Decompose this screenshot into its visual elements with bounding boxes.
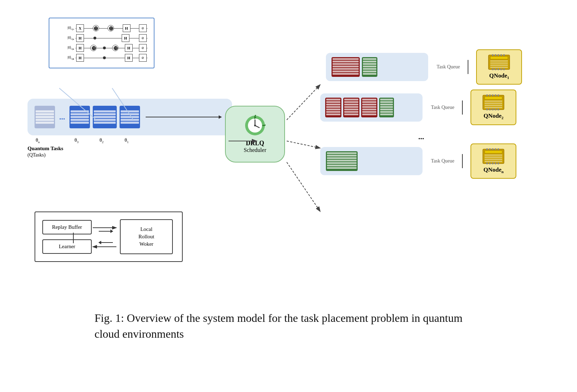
svg-rect-22 <box>490 65 508 66</box>
rl-inner-box: Replay Buffer Learner <box>35 212 183 262</box>
scheduler-icon <box>244 115 266 136</box>
svg-rect-25 <box>495 54 496 56</box>
task-queue-label-col-1: Task Queue <box>437 64 460 70</box>
circuit-label-1: |0⟩Q₁ <box>56 36 74 41</box>
measure-0: ⊘ <box>139 24 147 32</box>
qtasks-label: Quantum Tasks (QTasks) <box>28 145 232 158</box>
rl-components-box: Replay Buffer Learner <box>31 204 183 262</box>
gate-h-0: H <box>123 24 130 32</box>
task-queue-2 <box>320 93 423 122</box>
svg-rect-59 <box>495 148 496 150</box>
task-queue-label-2: Task Queue <box>431 105 454 110</box>
svg-rect-64 <box>495 163 496 164</box>
gate-h-1a: H <box>76 34 84 42</box>
task-queue-label-col-n: Task Queue <box>431 158 454 164</box>
theta-1: θ1 <box>116 137 137 144</box>
connector-v2 <box>462 100 463 115</box>
qnode-1: QNode1 <box>476 49 522 85</box>
task-queue-n <box>320 147 423 175</box>
circuit-row-0: |0⟩Q₀ X ⊕ ⊕ H ⊘ <box>56 23 147 33</box>
svg-rect-51 <box>485 151 502 153</box>
ctrl-dot-2 <box>103 47 106 49</box>
main-diagram: |0⟩Q₀ X ⊕ ⊕ H ⊘ |0⟩Q₁ H <box>28 14 549 303</box>
svg-rect-38 <box>485 105 502 106</box>
circuit-row-1: |0⟩Q₁ H H ⊘ <box>56 33 147 43</box>
right-row-n: Task Queue <box>320 143 522 179</box>
svg-rect-63 <box>492 163 493 164</box>
caption-text: Fig. 1: Overview of the system model for… <box>95 312 462 340</box>
svg-rect-60 <box>498 148 499 150</box>
rl-inner-layout: Replay Buffer Learner <box>42 219 175 254</box>
gate-h-3a: H <box>76 54 84 62</box>
svg-rect-40 <box>486 94 488 96</box>
svg-rect-36 <box>485 100 502 102</box>
qnode-2-label: QNode2 <box>484 112 504 120</box>
right-row-1: Task Queue <box>320 49 522 85</box>
scheduler-box: DRLQ Scheduler <box>225 106 285 163</box>
qtasks-container: ... <box>28 99 232 135</box>
replay-buffer-box: Replay Buffer <box>42 220 92 234</box>
gate-h-2b: H <box>125 44 133 52</box>
queue-red-2c <box>361 98 377 117</box>
measure-3: ⊘ <box>139 54 147 62</box>
connector-vn <box>462 154 463 168</box>
qnode-n: QNoden <box>470 143 516 179</box>
gate-x: X <box>76 24 84 32</box>
qnode-2-icon <box>481 94 506 110</box>
svg-rect-46 <box>489 109 491 110</box>
svg-rect-49 <box>498 109 499 110</box>
svg-rect-61 <box>486 163 488 164</box>
figure-caption: Fig. 1: Overview of the system model for… <box>95 310 482 342</box>
svg-rect-56 <box>486 148 488 150</box>
gate-h-1b: H <box>122 34 129 42</box>
learner-box: Learner <box>42 239 92 254</box>
theta-2: θ2 <box>90 137 114 144</box>
svg-rect-55 <box>485 161 502 162</box>
svg-rect-43 <box>495 94 496 96</box>
ctrl-dot-1 <box>93 37 96 39</box>
svg-rect-48 <box>495 109 496 110</box>
qnode-2: QNode2 <box>470 90 516 125</box>
scheduler-label-line2: Scheduler <box>244 147 266 153</box>
qnode-n-icon <box>481 148 506 164</box>
ctrl-dot-3 <box>103 56 106 59</box>
circuit-label-0: |0⟩Q₀ <box>56 26 74 31</box>
panels-dots: ... <box>320 130 522 143</box>
qnode-1-label: QNode1 <box>489 72 509 80</box>
svg-line-4 <box>287 141 320 148</box>
connector-v1 <box>468 60 468 74</box>
right-row-2: Task Queue <box>320 90 522 125</box>
replay-buffer-label: Replay Buffer <box>52 224 82 230</box>
task-queue-label-n: Task Queue <box>431 158 454 164</box>
scheduler-label-line1: DRLQ <box>246 140 264 147</box>
learner-label: Learner <box>59 244 75 249</box>
queue-red-2b <box>343 98 359 117</box>
scheduler-section: DRLQ Scheduler <box>225 106 285 163</box>
quantum-circuit-box: |0⟩Q₀ X ⊕ ⊕ H ⊘ |0⟩Q₁ H <box>38 18 154 72</box>
gate-plus-1: ⊕ <box>93 25 99 31</box>
svg-rect-44 <box>498 94 499 96</box>
rl-arrows <box>99 231 113 243</box>
svg-point-16 <box>254 125 256 127</box>
svg-rect-24 <box>492 54 493 56</box>
arrow-left-learner <box>99 242 113 243</box>
gate-h-3b: H <box>125 54 133 62</box>
svg-rect-45 <box>486 109 488 110</box>
circuit-label-2: |0⟩Q₂ <box>56 45 74 50</box>
task-queue-label-col-2: Task Queue <box>431 105 454 110</box>
svg-rect-33 <box>503 68 505 70</box>
right-panels: Task Queue <box>320 49 522 179</box>
svg-rect-57 <box>489 148 491 150</box>
gate-plus-2a: ⊕ <box>90 45 97 51</box>
svg-rect-54 <box>485 159 502 160</box>
svg-rect-30 <box>495 68 496 70</box>
theta-n: θn <box>28 137 48 144</box>
task-dots: ... <box>58 112 67 122</box>
gate-plus-2: ⊕ <box>108 25 114 31</box>
theta-3: θ3 <box>66 137 87 144</box>
svg-rect-28 <box>503 54 505 56</box>
gate-plus-2b: ⊕ <box>112 45 119 51</box>
qnode-n-label: QNoden <box>484 166 504 174</box>
svg-rect-41 <box>489 94 491 96</box>
svg-rect-53 <box>485 157 502 158</box>
